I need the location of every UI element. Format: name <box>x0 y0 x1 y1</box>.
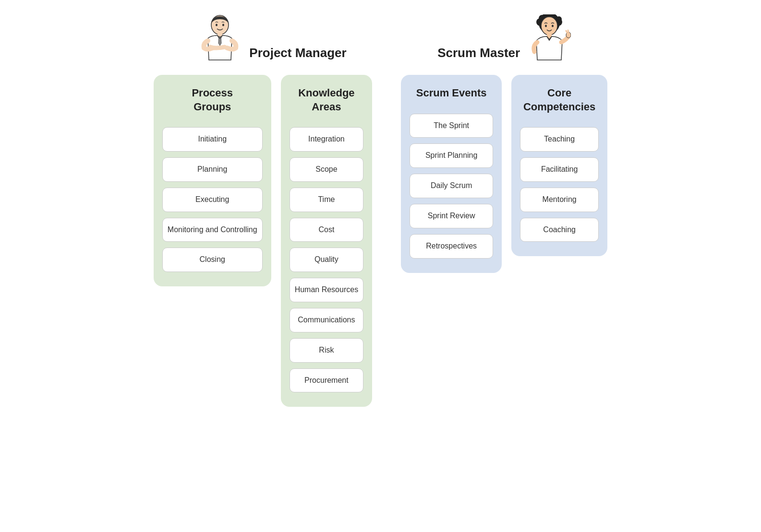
svg-point-12 <box>552 25 554 27</box>
list-item: Retrospectives <box>410 234 493 259</box>
sm-title: Scrum Master <box>437 46 520 60</box>
page-wrapper: Project Manager ProcessGroups Initiating… <box>19 14 742 407</box>
process-groups-panel: ProcessGroups Initiating Planning Execut… <box>154 75 271 286</box>
svg-line-15 <box>566 31 567 33</box>
svg-point-2 <box>222 24 224 26</box>
core-competencies-panel: CoreCompetencies Teaching Facilitating M… <box>511 75 607 256</box>
svg-point-11 <box>545 25 547 27</box>
list-item: Planning <box>162 157 263 182</box>
list-item: Monitoring and Controlling <box>162 218 263 242</box>
pm-columns: ProcessGroups Initiating Planning Execut… <box>154 75 372 407</box>
list-item: Human Resources <box>290 278 364 302</box>
sm-header: Scrum Master <box>437 14 571 67</box>
pm-header: Project Manager <box>179 14 346 67</box>
process-groups-header: ProcessGroups <box>192 86 233 114</box>
list-item: Teaching <box>520 127 599 152</box>
list-item: Scope <box>290 157 364 182</box>
list-item: The Sprint <box>410 114 493 138</box>
list-item: Risk <box>290 338 364 363</box>
pm-section: Project Manager ProcessGroups Initiating… <box>154 14 372 407</box>
sm-columns: Scrum Events The Sprint Sprint Planning … <box>401 75 607 273</box>
list-item: Procurement <box>290 368 364 393</box>
svg-point-9 <box>556 16 562 22</box>
list-item: Coaching <box>520 218 599 242</box>
svg-point-1 <box>216 24 217 26</box>
core-competencies-header: CoreCompetencies <box>523 86 595 114</box>
list-item: Quality <box>290 248 364 272</box>
list-item: Executing <box>162 188 263 212</box>
list-item: Communications <box>290 308 364 332</box>
pm-title: Project Manager <box>249 46 346 60</box>
pm-avatar <box>198 14 242 67</box>
list-item: Facilitating <box>520 157 599 182</box>
list-item: Sprint Planning <box>410 143 493 168</box>
scrum-events-header: Scrum Events <box>416 86 487 100</box>
pm-title-block: Project Manager <box>249 46 346 67</box>
list-item: Integration <box>290 127 364 152</box>
list-item: Initiating <box>162 127 263 152</box>
list-item: Closing <box>162 248 263 272</box>
scrum-events-panel: Scrum Events The Sprint Sprint Planning … <box>401 75 502 273</box>
sm-title-block: Scrum Master <box>437 46 520 67</box>
svg-point-10 <box>541 17 557 35</box>
knowledge-areas-header: KnowledgeAreas <box>298 86 354 114</box>
knowledge-areas-panel: KnowledgeAreas Integration Scope Time Co… <box>281 75 373 407</box>
svg-line-16 <box>568 30 568 32</box>
sm-section: Scrum Master <box>401 14 607 273</box>
list-item: Cost <box>290 218 364 242</box>
list-item: Time <box>290 188 364 212</box>
list-item: Daily Scrum <box>410 174 493 198</box>
list-item: Sprint Review <box>410 204 493 228</box>
sm-avatar <box>528 14 571 67</box>
list-item: Mentoring <box>520 188 599 212</box>
